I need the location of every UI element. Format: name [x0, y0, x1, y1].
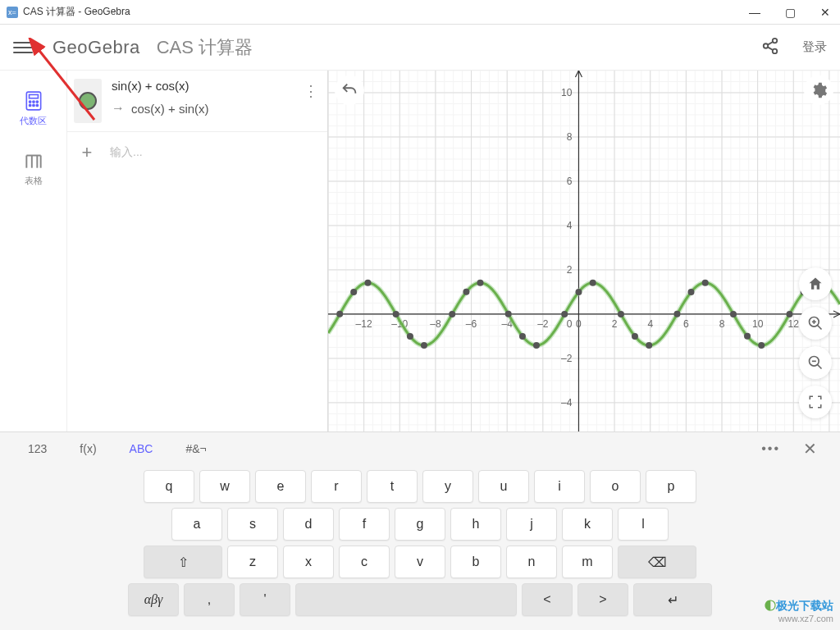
svg-line-184: [818, 326, 822, 330]
expression-output: → cos(x) + sin(x): [112, 101, 290, 116]
key-u[interactable]: u: [478, 470, 529, 503]
algebra-panel: sin(x) + cos(x) → cos(x) + sin(x) ⋮ + 输入…: [67, 71, 328, 431]
keyboard-tab-abc[interactable]: ABC: [115, 437, 168, 460]
key-⌫[interactable]: ⌫: [618, 546, 696, 578]
sidebar-item-algebra[interactable]: 代数区: [15, 85, 52, 132]
key-space[interactable]: [295, 583, 517, 616]
expression-menu-icon[interactable]: ⋮: [300, 79, 321, 103]
svg-point-8: [29, 101, 30, 103]
svg-text:–8: –8: [430, 318, 441, 330]
svg-point-11: [29, 104, 30, 106]
svg-point-1: [764, 43, 769, 48]
key-⇧[interactable]: ⇧: [144, 546, 222, 578]
svg-point-174: [673, 311, 680, 317]
zoom-in-button[interactable]: [799, 307, 832, 340]
expression-row[interactable]: sin(x) + cos(x) → cos(x) + sin(x) ⋮: [67, 71, 327, 132]
key-αβγ[interactable]: αβγ: [128, 583, 179, 616]
svg-line-3: [768, 41, 773, 44]
key-p[interactable]: p: [646, 470, 696, 503]
svg-text:6: 6: [567, 176, 573, 187]
zoom-in-icon: [807, 315, 824, 331]
key-k[interactable]: k: [562, 508, 613, 541]
svg-text:8: 8: [567, 131, 573, 143]
graph-settings-button[interactable]: [804, 75, 833, 105]
key-'[interactable]: ': [240, 583, 290, 616]
keyboard-close-button[interactable]: ✕: [793, 434, 827, 463]
key-<[interactable]: <: [522, 583, 573, 616]
home-view-button[interactable]: [799, 267, 832, 300]
key-s[interactable]: s: [227, 508, 278, 541]
svg-point-177: [730, 311, 737, 317]
key-t[interactable]: t: [367, 470, 418, 503]
window-titlebar: x= CAS 计算器 - GeoGebra — ▢ ✕: [0, 0, 840, 25]
key-↵[interactable]: ↵: [633, 583, 712, 616]
key-y[interactable]: y: [422, 470, 473, 503]
gear-icon: [810, 81, 828, 99]
key-b[interactable]: b: [450, 546, 501, 578]
minimize-button[interactable]: —: [746, 6, 764, 19]
new-expression-row[interactable]: + 输入...: [67, 132, 327, 173]
maximize-button[interactable]: ▢: [782, 6, 799, 19]
svg-text:–12: –12: [356, 318, 372, 330]
key-v[interactable]: v: [395, 546, 445, 578]
svg-text:6: 6: [683, 318, 689, 330]
fullscreen-button[interactable]: [799, 386, 832, 418]
sidebar-item-table[interactable]: 表格: [18, 145, 49, 192]
key-l[interactable]: l: [618, 508, 669, 541]
key-h[interactable]: h: [450, 508, 501, 541]
svg-text:4: 4: [647, 318, 653, 330]
key-n[interactable]: n: [506, 546, 557, 578]
hamburger-menu-icon[interactable]: [13, 38, 33, 57]
key-w[interactable]: w: [199, 470, 250, 503]
keyboard-more-button[interactable]: •••: [751, 436, 790, 461]
svg-point-175: [687, 289, 694, 295]
key-q[interactable]: q: [144, 470, 194, 503]
svg-text:–4: –4: [561, 397, 573, 409]
svg-text:10: 10: [561, 87, 573, 98]
expression-input[interactable]: sin(x) + cos(x): [112, 79, 290, 93]
close-button[interactable]: ✕: [817, 6, 833, 19]
key-m[interactable]: m: [562, 546, 613, 578]
calculator-icon: [23, 90, 44, 112]
keyboard-tab-123[interactable]: 123: [13, 437, 62, 460]
window-title: CAS 计算器 - GeoGebra: [23, 5, 130, 19]
app-icon: x=: [7, 7, 18, 18]
undo-button[interactable]: [335, 75, 364, 105]
svg-point-156: [336, 311, 343, 317]
output-arrow-icon: →: [112, 101, 125, 116]
key-,[interactable]: ,: [184, 583, 235, 616]
svg-point-179: [758, 342, 765, 349]
svg-point-13: [36, 104, 38, 106]
zoom-out-button[interactable]: [799, 346, 832, 379]
key-z[interactable]: z: [227, 546, 278, 578]
key-r[interactable]: r: [311, 470, 362, 503]
graph-view[interactable]: –12–10–8–6–4–2024681012–4–22468100: [328, 71, 840, 431]
key-o[interactable]: o: [590, 470, 641, 503]
svg-text:–2: –2: [561, 353, 573, 364]
key-i[interactable]: i: [534, 470, 585, 503]
key-a[interactable]: a: [171, 508, 222, 541]
add-expression-button[interactable]: +: [75, 142, 98, 163]
key->[interactable]: >: [578, 583, 628, 616]
table-icon: [23, 150, 44, 171]
key-c[interactable]: c: [339, 546, 390, 578]
key-f[interactable]: f: [339, 508, 390, 541]
key-d[interactable]: d: [283, 508, 334, 541]
app-title: CAS 计算器: [157, 35, 253, 60]
expression-input-placeholder[interactable]: 输入...: [110, 145, 143, 160]
key-g[interactable]: g: [395, 508, 445, 541]
watermark: ◐极光下载站 www.xz7.com: [765, 599, 833, 623]
svg-text:4: 4: [567, 220, 573, 231]
expression-visibility-toggle[interactable]: [74, 79, 102, 123]
key-j[interactable]: j: [506, 508, 557, 541]
share-icon[interactable]: [761, 37, 779, 58]
svg-point-164: [477, 280, 483, 286]
svg-point-9: [32, 101, 34, 103]
login-button[interactable]: 登录: [802, 39, 827, 55]
keyboard-tab-fx[interactable]: f(x): [65, 437, 111, 460]
key-x[interactable]: x: [283, 546, 334, 578]
coordinate-plane[interactable]: –12–10–8–6–4–2024681012–4–22468100: [328, 71, 840, 431]
sidebar-item-label: 代数区: [20, 115, 47, 127]
keyboard-tab-symbols[interactable]: #&¬: [171, 437, 221, 460]
key-e[interactable]: e: [255, 470, 306, 503]
